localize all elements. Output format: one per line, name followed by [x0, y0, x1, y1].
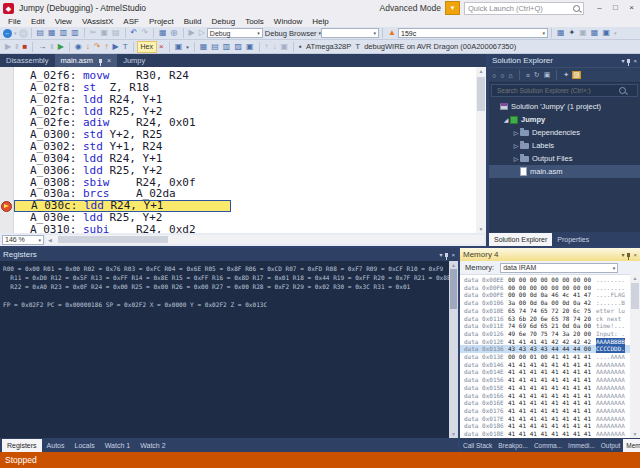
undo-icon[interactable]: ↶ — [129, 28, 140, 38]
step-into-icon[interactable]: ↓ — [84, 42, 92, 52]
quick-launch-input[interactable]: Quick Launch (Ctrl+Q) — [464, 2, 584, 15]
watch-window-icon[interactable]: ▤ — [209, 42, 221, 52]
solution-explorer-search-input[interactable] — [491, 84, 638, 97]
memory-row[interactable]: data 0x016E41 41 41 41 41 41 41 41AAAAAA… — [460, 399, 630, 407]
scroll-left-icon[interactable]: ◀ — [48, 237, 52, 243]
stack-up-icon[interactable]: ↑ — [263, 42, 271, 52]
sidebar-item-main-asm[interactable]: main.asm — [489, 165, 640, 178]
window-position-icon[interactable]: ▾ — [621, 57, 624, 64]
memory-row[interactable]: data 0x015641 41 41 41 41 41 41 41AAAAAA… — [460, 376, 630, 384]
memory-row[interactable]: data 0x017E41 41 41 41 41 41 41 41AAAAAA… — [460, 415, 630, 423]
scope-icon[interactable]: ▣ — [543, 71, 552, 79]
menu-asf[interactable]: ASF — [118, 17, 144, 26]
close-button[interactable]: × — [624, 1, 639, 15]
paste-icon[interactable]: ▤ — [110, 28, 122, 38]
scrollbar-thumb[interactable] — [631, 283, 639, 309]
menu-edit[interactable]: Edit — [26, 17, 50, 26]
debug-browser-combo[interactable]: ▾ — [321, 28, 379, 38]
memory-row[interactable]: data 0x011663 6b 20 6e 65 78 74 20ck nex… — [460, 315, 630, 323]
solution-explorer-window-icon[interactable]: ▦ — [589, 28, 601, 38]
window-layout-icon[interactable]: ▣ — [600, 28, 612, 38]
scrollbar-thumb[interactable] — [58, 236, 168, 243]
close-icon[interactable]: × — [451, 252, 455, 258]
memory-row[interactable]: data 0x014E41 41 41 41 41 41 41 41AAAAAA… — [460, 368, 630, 376]
scroll-up-icon[interactable]: ▲ — [630, 275, 640, 281]
scroll-down-icon[interactable]: ▼ — [630, 431, 640, 437]
tab-breakpo-[interactable]: Breakpo... — [495, 439, 531, 452]
navigate-to-icon[interactable]: ▦ — [157, 28, 169, 38]
tree-expander-icon[interactable]: ▷ — [512, 155, 520, 162]
sync-with-active-document-icon[interactable]: ↻ — [533, 71, 541, 79]
navigate-back-icon[interactable]: ← — [3, 29, 12, 38]
pin-icon[interactable] — [445, 253, 448, 257]
scroll-down-icon[interactable]: ▼ — [476, 226, 486, 232]
tab-watch-1[interactable]: Watch 1 — [100, 439, 135, 452]
se-back-icon[interactable]: ○ — [491, 72, 497, 79]
memory-row[interactable]: data 0x012649 6e 70 75 74 3a 20 00Input:… — [460, 330, 630, 338]
navigate-forward-icon[interactable]: → — [19, 29, 28, 38]
sidebar-item-jumpy[interactable]: ◢Jumpy — [489, 113, 640, 126]
maximize-button[interactable]: □ — [608, 1, 623, 15]
close-icon[interactable]: × — [107, 57, 111, 64]
tab-watch-2[interactable]: Watch 2 — [135, 439, 170, 452]
preview-selected-items-icon[interactable]: ▨ — [572, 71, 581, 79]
new-file-icon[interactable]: ▤ — [35, 28, 47, 38]
menu-vassistx[interactable]: VAssistX — [77, 17, 118, 26]
disassembly-editor[interactable]: A_02f6: movw R30, R24A_02f8: st Z, R18A_… — [0, 67, 486, 233]
pause-icon[interactable]: ‖ — [48, 42, 55, 52]
sidebar-item-solution-jumpy-1-project-[interactable]: Solution 'Jumpy' (1 project) — [489, 100, 640, 113]
memory-row[interactable]: data 0x016641 41 41 41 41 41 41 41AAAAAA… — [460, 392, 630, 400]
home-icon[interactable]: ⌂ — [507, 72, 513, 79]
toolbox-wrench-icon[interactable]: ✦ — [567, 28, 578, 38]
memory-row[interactable]: data 0x017641 41 41 41 41 41 41 41AAAAAA… — [460, 407, 630, 415]
scroll-down-icon[interactable]: ▼ — [449, 431, 458, 437]
editor-vertical-scrollbar[interactable]: ▲ ▼ — [476, 67, 486, 233]
tab-locals[interactable]: Locals — [69, 439, 99, 452]
mode-filter-icon[interactable]: ▼ — [445, 1, 460, 15]
menu-view[interactable]: View — [50, 17, 77, 26]
locals-window-icon[interactable]: ▥ — [221, 42, 233, 52]
menu-build[interactable]: Build — [179, 17, 207, 26]
open-file-icon[interactable]: ▦ — [46, 28, 58, 38]
pin-icon[interactable] — [99, 59, 102, 63]
memory-row[interactable]: data 0x01063a 00 0d 0a 00 0d 0a 42:.....… — [460, 299, 630, 307]
solution-explorer-search-field[interactable] — [495, 86, 619, 95]
processor-view-icon[interactable]: ▣ — [173, 42, 185, 52]
tab-immedi-[interactable]: Immedi... — [565, 439, 598, 452]
toolbar-overflow-icon[interactable]: ▾ — [612, 28, 619, 38]
step-over-icon[interactable]: ↷ — [92, 42, 103, 52]
stop-debugging-icon[interactable]: ■ — [20, 42, 29, 52]
memory-row[interactable]: data 0x018641 41 41 41 41 41 41 41AAAAAA… — [460, 422, 630, 430]
stack-down-icon[interactable]: ↓ — [271, 42, 279, 52]
disassembly-address-combo[interactable]: ▾ — [398, 28, 548, 38]
restart-icon[interactable]: → — [36, 42, 48, 52]
tab-main-asm[interactable]: main.asm× — [55, 54, 118, 67]
tab-solution-explorer[interactable]: Solution Explorer — [489, 233, 552, 246]
break-all-icon[interactable]: ‖ — [13, 42, 20, 52]
tab-registers[interactable]: Registers — [2, 439, 42, 452]
chevron-down-icon[interactable]: ▾ — [184, 42, 191, 52]
sidebar-item-output-files[interactable]: ▷Output Files — [489, 152, 640, 165]
scrollbar-thumb[interactable] — [477, 77, 485, 111]
editor-zoom-combo[interactable]: 146 % ▾ — [2, 235, 44, 245]
breakpoints-window-icon[interactable]: ▣ — [244, 42, 256, 52]
solution-configuration-combo[interactable]: Debug ▾ — [207, 28, 263, 38]
tab-memor-[interactable]: Memor... — [623, 439, 640, 452]
memory-row[interactable]: data 0x010E65 74 74 65 72 20 6c 75etter … — [460, 307, 630, 315]
memory-row[interactable]: data 0x00EE00 00 00 00 00 00 00 00......… — [460, 276, 630, 284]
save-icon[interactable]: ▥ — [58, 28, 70, 38]
memory-row[interactable]: data 0x012E41 41 41 41 42 42 42 42AAAABB… — [460, 338, 630, 346]
memory-row[interactable]: data 0x00FE00 00 0d 0a 46 4c 41 47....FL… — [460, 291, 630, 299]
clear-icon[interactable]: × — [157, 42, 166, 52]
hex-toggle-button[interactable]: Hex — [137, 41, 157, 53]
menu-debug[interactable]: Debug — [207, 17, 241, 26]
callstack-window-icon[interactable]: ▨ — [232, 42, 244, 52]
disassembly-line[interactable]: A_0310: subi R24, 0xd2 — [14, 224, 486, 233]
close-icon[interactable]: × — [633, 252, 637, 258]
scrollbar-thumb[interactable] — [450, 269, 457, 309]
memory-row[interactable]: data 0x015E41 41 41 41 41 41 41 41AAAAAA… — [460, 384, 630, 392]
cut-icon[interactable]: ✂ — [88, 28, 99, 38]
save-all-icon[interactable]: ▥ — [69, 28, 81, 38]
memory-row[interactable]: data 0x013E00 00 01 00 41 41 41 41....AA… — [460, 353, 630, 361]
memory-row[interactable]: data 0x00F600 00 00 00 00 00 00 00......… — [460, 284, 630, 292]
